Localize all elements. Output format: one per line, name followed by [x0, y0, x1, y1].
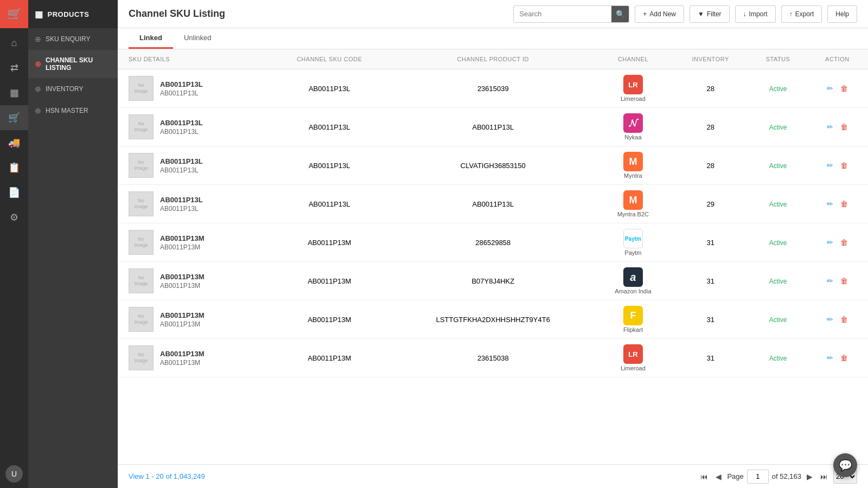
edit-button[interactable]: ✏ [824, 352, 836, 363]
add-new-button[interactable]: + Add New [635, 5, 684, 23]
col-channel-product-id: CHANNEL PRODUCT ID [392, 49, 595, 69]
table-row: NoImage AB0011P13L AB0011P13L AB0011P13L… [118, 69, 868, 108]
sku-details-cell: NoImage AB0011P13M AB0011P13M [118, 223, 267, 262]
help-button[interactable]: Help [827, 5, 857, 23]
channel-product-id-cell: LSTTGTFKHA2DXHHSHHZT9Y4T6 [392, 300, 595, 339]
nav-reports[interactable]: 📋 [0, 155, 28, 180]
table-row: NoImage AB0011P13M AB0011P13M AB0011P13M… [118, 223, 868, 262]
channel-cell: F Flipkart [595, 300, 672, 339]
table-row: NoImage AB0011P13L AB0011P13L AB0011P13L… [118, 108, 868, 146]
search-button[interactable]: 🔍 [611, 5, 629, 23]
channel-sku-code-cell: AB0011P13L [267, 108, 392, 146]
chat-button[interactable]: 💬 [833, 453, 857, 477]
status-cell: Active [749, 223, 806, 262]
next-page-button[interactable]: ▶ [805, 471, 815, 482]
sidebar-item-sku-enquiry[interactable]: ⊕ SKU ENQUIRY [28, 28, 118, 50]
footer: View 1 - 20 of 1,043,249 ⏮ ◀ Page of 52,… [118, 464, 868, 488]
channel-name: Amazon India [615, 288, 651, 294]
shuffle-icon: ⇄ [10, 62, 18, 74]
sidebar-item-label-inventory: INVENTORY [46, 85, 84, 93]
logo-icon: 🛒 [7, 7, 22, 21]
sku-details-cell: NoImage AB0011P13L AB0011P13L [118, 69, 267, 108]
nav-shuffle[interactable]: ⇄ [0, 55, 28, 80]
sidebar: ▦ PRODUCTS ⊕ SKU ENQUIRY ⊕ CHANNEL SKU L… [28, 0, 118, 488]
nav-settings[interactable]: ⚙ [0, 205, 28, 230]
inventory-cell: 29 [672, 185, 750, 223]
icon-bar: 🛒 ⌂ ⇄ ▦ 🛒 🚚 📋 📄 ⚙ U [0, 0, 28, 488]
import-button[interactable]: ↓ Import [735, 5, 776, 23]
sku-image: NoImage [129, 268, 154, 293]
topbar: Channel SKU Listing 🔍 + Add New ▼ Filter… [118, 0, 868, 28]
sidebar-item-hsn-master[interactable]: ⊕ HSN MASTER [28, 100, 118, 121]
import-icon: ↓ [743, 10, 746, 18]
sidebar-item-channel-sku-listing[interactable]: ⊕ CHANNEL SKU LISTING [28, 50, 118, 78]
edit-button[interactable]: ✏ [824, 83, 836, 94]
delete-button[interactable]: 🗑 [838, 160, 851, 171]
status-badge: Active [769, 239, 787, 247]
edit-button[interactable]: ✏ [824, 198, 836, 209]
delete-button[interactable]: 🗑 [838, 275, 851, 286]
sidebar-item-label-sku-enquiry: SKU ENQUIRY [46, 35, 90, 43]
sku-name-sub: AB0011P13M [160, 320, 205, 328]
delete-button[interactable]: 🗑 [838, 237, 851, 248]
delete-button[interactable]: 🗑 [838, 83, 851, 94]
channel-sku-code-cell: AB0011P13M [267, 223, 392, 262]
tab-unlinked[interactable]: Unlinked [173, 28, 222, 49]
action-cell: ✏ 🗑 [807, 223, 868, 262]
first-page-button[interactable]: ⏮ [698, 471, 710, 482]
sidebar-item-label-channel-sku: CHANNEL SKU LISTING [46, 56, 111, 72]
delete-button[interactable]: 🗑 [838, 198, 851, 209]
edit-button[interactable]: ✏ [824, 160, 836, 171]
sidebar-grid-icon: ▦ [35, 9, 43, 20]
products-icon: 🛒 [8, 112, 20, 124]
nav-home[interactable]: ⌂ [0, 30, 28, 55]
nav-documents[interactable]: 📄 [0, 180, 28, 205]
status-cell: Active [749, 69, 806, 108]
status-badge: Active [769, 316, 787, 324]
sidebar-item-inventory[interactable]: ⊕ INVENTORY [28, 78, 118, 100]
sidebar-section-label: PRODUCTS [48, 10, 90, 18]
channel-name: Paytm [624, 249, 641, 256]
tab-linked[interactable]: Linked [129, 28, 173, 49]
channel-sku-code-cell: AB0011P13M [267, 339, 392, 377]
channel-cell: M Myntra B2C [595, 185, 672, 223]
avatar: U [5, 465, 23, 483]
page-title: Channel SKU Listing [129, 8, 508, 20]
action-cell: ✏ 🗑 [807, 262, 868, 300]
status-badge: Active [769, 85, 787, 93]
filter-button[interactable]: ▼ Filter [690, 5, 730, 23]
export-button[interactable]: ↑ Export [781, 5, 822, 23]
sku-name-bold: AB0011P13L [160, 196, 203, 204]
sku-name-bold: AB0011P13M [160, 273, 205, 281]
table-row: NoImage AB0011P13L AB0011P13L AB0011P13L… [118, 185, 868, 223]
sku-enquiry-icon: ⊕ [35, 35, 41, 43]
user-avatar-bar[interactable]: U [0, 460, 28, 488]
total-pages: of 52,163 [772, 472, 801, 480]
documents-icon: 📄 [8, 187, 20, 198]
nav-products[interactable]: 🛒 [0, 105, 28, 130]
col-sku-details: SKU DETAILS [118, 49, 267, 69]
last-page-button[interactable]: ⏭ [818, 471, 830, 482]
edit-button[interactable]: ✏ [824, 121, 836, 132]
table-header-row: SKU DETAILS CHANNEL SKU CODE CHANNEL PRO… [118, 49, 868, 69]
settings-icon: ⚙ [10, 211, 18, 223]
channel-sku-code-cell: AB0011P13M [267, 262, 392, 300]
page-number-input[interactable] [747, 470, 769, 484]
edit-button[interactable]: ✏ [824, 314, 836, 325]
col-channel: CHANNEL [595, 49, 672, 69]
search-input[interactable] [514, 10, 611, 18]
reports-icon: 📋 [8, 162, 20, 174]
delete-button[interactable]: 🗑 [838, 314, 851, 325]
sku-image: NoImage [129, 307, 154, 332]
sku-details-cell: NoImage AB0011P13M AB0011P13M [118, 339, 267, 377]
channel-cell: LR Limeroad [595, 69, 672, 108]
edit-button[interactable]: ✏ [824, 275, 836, 286]
export-label: Export [795, 10, 814, 18]
nav-grid[interactable]: ▦ [0, 80, 28, 105]
sku-image: NoImage [129, 76, 154, 101]
delete-button[interactable]: 🗑 [838, 352, 851, 363]
edit-button[interactable]: ✏ [824, 237, 836, 248]
nav-delivery[interactable]: 🚚 [0, 130, 28, 155]
delete-button[interactable]: 🗑 [838, 121, 851, 132]
prev-page-button[interactable]: ◀ [713, 471, 724, 482]
